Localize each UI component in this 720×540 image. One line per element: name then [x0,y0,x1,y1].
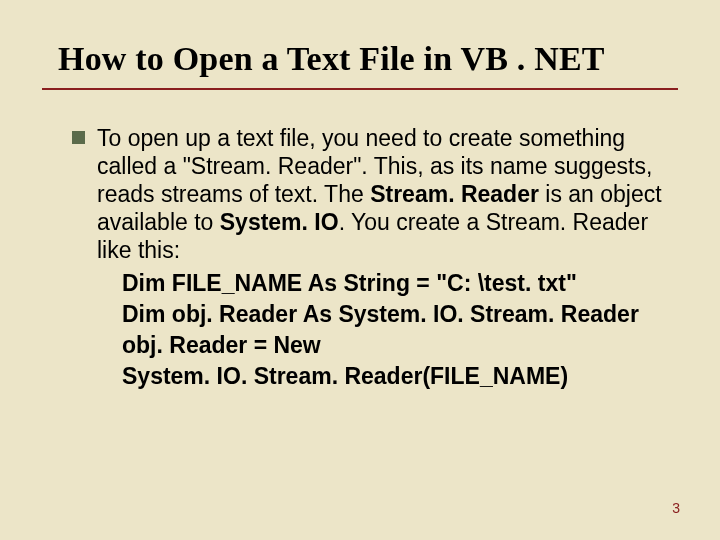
bullet-icon [72,131,85,144]
page-number: 3 [672,500,680,516]
slide-title: How to Open a Text File in VB . NET [0,0,720,84]
code-line: obj. Reader = New [122,330,668,361]
text-bold: System. IO [220,209,339,235]
body-text: To open up a text file, you need to crea… [97,125,662,263]
slide: How to Open a Text File in VB . NET To o… [0,0,720,540]
code-line: System. IO. Stream. Reader(FILE_NAME) [122,361,668,392]
bullet-item: To open up a text file, you need to crea… [72,124,668,392]
slide-body: To open up a text file, you need to crea… [0,90,720,392]
code-line: Dim FILE_NAME As String = "C: \test. txt… [122,268,668,299]
bullet-content: To open up a text file, you need to crea… [97,124,668,392]
code-line: Dim obj. Reader As System. IO. Stream. R… [122,299,668,330]
text-bold: Stream. Reader [370,181,539,207]
code-block: Dim FILE_NAME As String = "C: \test. txt… [122,268,668,392]
